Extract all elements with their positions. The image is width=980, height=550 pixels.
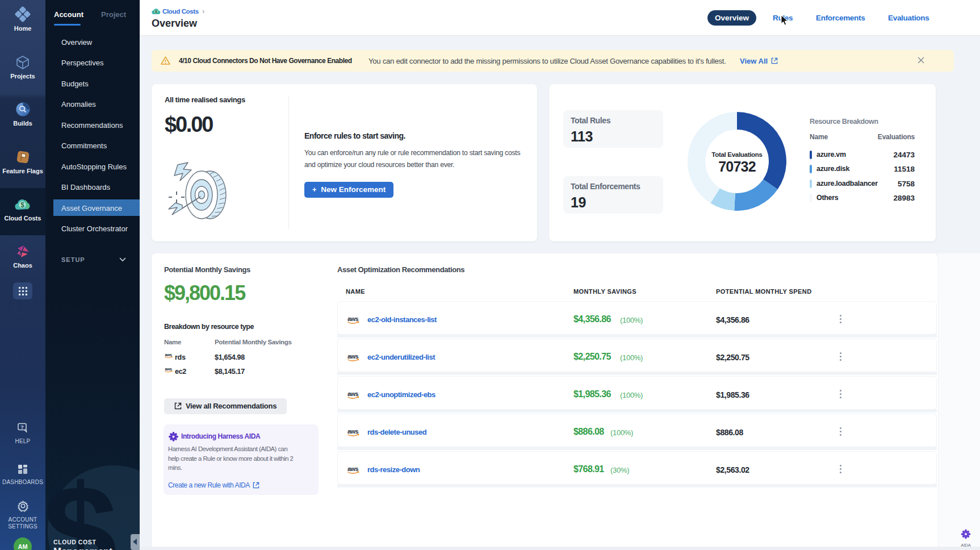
- svg-text:Total Evaluations: Total Evaluations: [711, 151, 762, 158]
- svg-text:$: $: [20, 201, 24, 209]
- svg-text:aws: aws: [347, 428, 358, 435]
- svg-text:aws: aws: [347, 390, 358, 397]
- svg-text:?: ?: [20, 424, 24, 430]
- svg-text:aws: aws: [165, 353, 172, 357]
- svg-text:aws: aws: [347, 353, 358, 360]
- svg-text:aws: aws: [347, 465, 358, 472]
- svg-text:$: $: [155, 10, 157, 14]
- svg-text:aws: aws: [347, 315, 358, 322]
- svg-text:aws: aws: [165, 367, 172, 371]
- svg-text:70732: 70732: [718, 159, 756, 174]
